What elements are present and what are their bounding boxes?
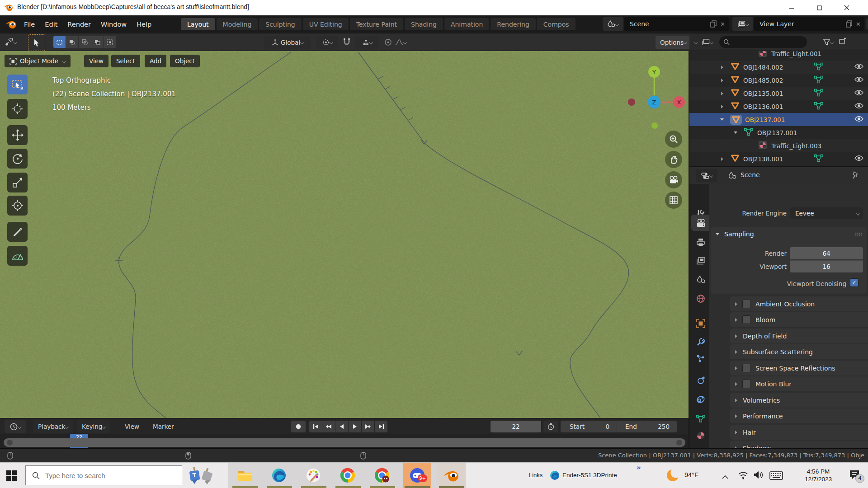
select-mode-extend-button[interactable]: [66, 36, 78, 48]
section-screen-space-reflections[interactable]: Screen Space Reflections: [730, 361, 868, 375]
outliner-row[interactable]: OBJ2135.001: [689, 87, 868, 100]
section-volumetrics[interactable]: Volumetrics: [730, 393, 868, 408]
jump-to-end-button[interactable]: [375, 421, 387, 432]
active-tool-select-box[interactable]: [28, 34, 45, 51]
display-mode-dropdown[interactable]: [702, 39, 713, 46]
tab-render[interactable]: [693, 215, 708, 230]
action-center-button[interactable]: 4: [849, 469, 860, 481]
blender-logo-icon[interactable]: [5, 19, 17, 31]
viewport-menu-view[interactable]: View: [84, 55, 108, 67]
menu-render[interactable]: Render: [62, 21, 96, 28]
proportional-editing-icon[interactable]: [384, 38, 392, 48]
links-toolbar-label[interactable]: Links: [529, 472, 542, 479]
section-motion-blur[interactable]: Motion Blur: [730, 376, 868, 391]
section-subsurface-scattering[interactable]: Subsurface Scattering: [730, 344, 868, 359]
panel-grip-icon[interactable]: [855, 232, 863, 236]
menu-help[interactable]: Help: [132, 21, 156, 28]
tab-layout[interactable]: Layout: [181, 18, 215, 30]
eye-icon[interactable]: [854, 89, 863, 97]
record-button[interactable]: [291, 421, 306, 432]
search-input[interactable]: [44, 471, 173, 480]
eye-icon[interactable]: [854, 116, 863, 123]
tab-modeling[interactable]: Modeling: [217, 18, 258, 30]
file-explorer-icon[interactable]: [237, 469, 253, 484]
expand-icon[interactable]: [721, 92, 723, 95]
pivot-point-dropdown[interactable]: [316, 36, 338, 49]
timeline-menu-playback[interactable]: Playback: [33, 420, 73, 433]
collapse-icon[interactable]: [720, 118, 724, 121]
expand-icon[interactable]: [721, 79, 723, 82]
region-divider[interactable]: [689, 51, 689, 448]
volume-icon[interactable]: [753, 470, 764, 481]
clock[interactable]: 4:56 PM 12/7/2023: [797, 468, 840, 483]
minimize-button[interactable]: [778, 0, 805, 15]
start-value[interactable]: 0: [605, 423, 609, 430]
axis-y-neg-button[interactable]: [651, 122, 658, 129]
pin-icon[interactable]: [851, 171, 859, 181]
tab-rendering[interactable]: Rendering: [491, 18, 536, 30]
select-mode-subtract-button[interactable]: [79, 36, 91, 48]
viewport-menu-select[interactable]: Select: [111, 55, 140, 67]
motion-blur-checkbox[interactable]: [742, 380, 751, 388]
select-mode-new-button[interactable]: [53, 36, 66, 48]
tool-header-dropdown[interactable]: [5, 36, 17, 48]
eye-icon[interactable]: [854, 63, 863, 71]
select-mode-invert-button[interactable]: [91, 36, 104, 48]
section-depth-of-field[interactable]: Depth of Field: [730, 328, 868, 343]
paint-app-icon[interactable]: [306, 468, 321, 484]
denoising-checkbox[interactable]: ✓: [850, 278, 859, 287]
start-button[interactable]: [6, 470, 17, 483]
mode-dropdown[interactable]: Object Mode: [5, 55, 71, 67]
expand-icon[interactable]: [721, 66, 723, 69]
end-value[interactable]: 250: [658, 423, 670, 430]
render-engine-dropdown[interactable]: Eevee: [790, 207, 863, 219]
toolbar-overflow-chevrons[interactable]: »: [637, 464, 641, 472]
ao-checkbox[interactable]: [742, 300, 751, 308]
timeline-menu-marker[interactable]: Marker: [153, 423, 174, 430]
tool-annotate-button[interactable]: [7, 222, 28, 242]
tool-transform-button[interactable]: [7, 196, 28, 216]
transform-orientation-dropdown[interactable]: Global: [264, 36, 311, 49]
editor-type-dropdown[interactable]: [696, 169, 717, 182]
toggle-grid-button[interactable]: [665, 192, 682, 209]
outliner-row-selected[interactable]: OBJ2137.001: [689, 113, 868, 126]
menu-file[interactable]: File: [19, 21, 40, 28]
scene-selector[interactable]: Scene ✕: [624, 17, 729, 31]
tool-cursor-button[interactable]: [7, 99, 28, 119]
ssr-checkbox[interactable]: [742, 364, 751, 372]
view-layer-selector[interactable]: View Layer ✕: [754, 17, 864, 31]
jump-to-start-button[interactable]: [309, 421, 322, 432]
section-ambient-occlusion[interactable]: Ambient Occlusion: [730, 296, 868, 311]
edge-link-icon[interactable]: [550, 470, 560, 480]
section-hair[interactable]: Hair: [730, 425, 868, 440]
section-bloom[interactable]: Bloom: [730, 312, 868, 327]
scrollbar-handle-left[interactable]: [7, 440, 13, 446]
new-scene-icon[interactable]: [710, 20, 717, 28]
unlink-scene-icon[interactable]: ✕: [720, 21, 725, 28]
next-keyframe-button[interactable]: [362, 421, 374, 432]
viewport-menu-object[interactable]: Object: [170, 55, 200, 67]
expand-icon[interactable]: [721, 105, 723, 108]
edge-browser-icon[interactable]: [272, 468, 286, 484]
remove-view-layer-icon[interactable]: ✕: [856, 21, 861, 28]
chrome-browser-icon[interactable]: [340, 468, 355, 484]
temperature-label[interactable]: 94°F: [684, 471, 698, 479]
expand-icon[interactable]: [721, 157, 723, 161]
tab-animation[interactable]: Animation: [444, 18, 489, 30]
collapse-icon[interactable]: [734, 131, 737, 134]
menu-window[interactable]: Window: [96, 21, 132, 28]
tool-scale-button[interactable]: [7, 173, 28, 192]
filter-dropdown[interactable]: [823, 39, 833, 46]
viewport-menu-add[interactable]: Add: [145, 55, 166, 67]
new-view-layer-icon[interactable]: [846, 20, 853, 28]
outliner-row[interactable]: Traffic_Light.003: [689, 139, 868, 152]
options-button[interactable]: Options: [656, 36, 691, 49]
wifi-icon[interactable]: [738, 470, 749, 481]
tab-object-data[interactable]: [693, 411, 708, 426]
outliner-row[interactable]: OBJ2137.001: [689, 126, 868, 139]
workspace-add-icon[interactable]: [866, 19, 868, 29]
active-app-tile[interactable]: [438, 463, 466, 488]
tab-uv-editing[interactable]: UV Editing: [303, 18, 349, 30]
tab-constraints[interactable]: [693, 392, 708, 407]
timeline-menu-view[interactable]: View: [125, 423, 139, 430]
